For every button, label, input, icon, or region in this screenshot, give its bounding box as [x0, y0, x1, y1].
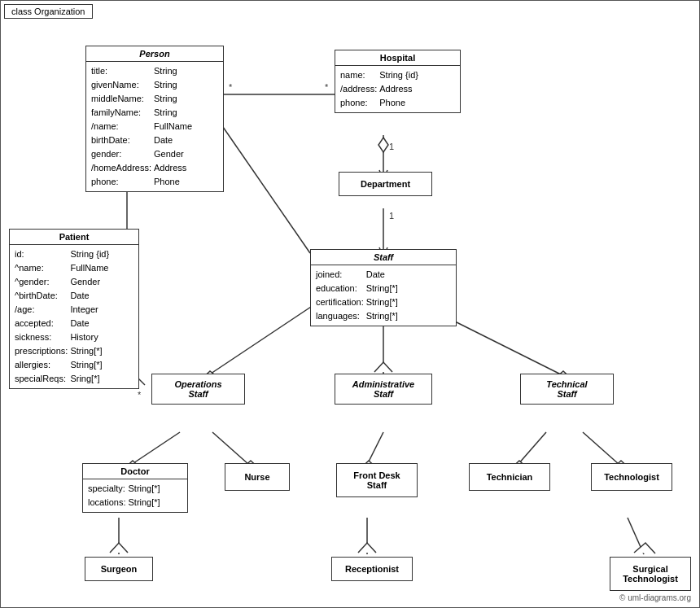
front-desk-staff-title: Front DeskStaff	[353, 470, 400, 490]
technical-staff-class: TechnicalStaff	[520, 374, 614, 405]
surgeon-class: Surgeon	[85, 557, 153, 581]
person-attrs: title:String givenName:String middleName…	[86, 62, 223, 191]
technical-staff-title: TechnicalStaff	[546, 379, 587, 399]
operations-staff-title: OperationsStaff	[174, 379, 221, 399]
surgeon-title: Surgeon	[101, 564, 138, 574]
technician-title: Technician	[487, 472, 533, 482]
staff-class: Staff joined:Date education:String[*] ce…	[310, 249, 457, 326]
svg-text:1: 1	[389, 211, 394, 221]
person-title: Person	[86, 46, 223, 62]
nurse-title: Nurse	[244, 472, 269, 482]
patient-attrs: id:String {id} ^name:FullName ^gender:Ge…	[10, 245, 138, 388]
surgical-technologist-title: SurgicalTechnologist	[623, 564, 678, 584]
nurse-class: Nurse	[225, 463, 290, 491]
svg-line-21	[367, 432, 383, 465]
staff-attrs: joined:Date education:String[*] certific…	[311, 265, 456, 326]
svg-line-26	[628, 518, 644, 554]
svg-marker-4	[378, 138, 388, 152]
staff-title: Staff	[311, 250, 456, 265]
patient-title: Patient	[10, 230, 138, 245]
technician-class: Technician	[469, 463, 550, 491]
doctor-class: Doctor specialty:String[*] locations:Str…	[82, 463, 188, 513]
svg-line-19	[131, 432, 180, 465]
hospital-class: Hospital name:String {id} /address:Addre…	[335, 50, 461, 113]
svg-text:1: 1	[389, 142, 394, 151]
technologist-title: Technologist	[604, 472, 659, 482]
front-desk-staff-class: Front DeskStaff	[336, 463, 418, 497]
svg-text:*: *	[325, 82, 329, 92]
receptionist-title: Receptionist	[345, 564, 399, 574]
svg-text:*: *	[138, 390, 142, 400]
patient-class: Patient id:String {id} ^name:FullName ^g…	[9, 229, 139, 389]
svg-line-16	[208, 302, 318, 375]
department-class: Department	[339, 172, 432, 196]
technologist-class: Technologist	[591, 463, 672, 491]
svg-line-20	[212, 432, 249, 465]
administrative-staff-class: AdministrativeStaff	[335, 374, 432, 405]
diagram-container: class Organization * * 1 * 1 * *	[0, 0, 700, 608]
diagram-title: class Organization	[4, 4, 93, 19]
hospital-title: Hospital	[335, 50, 460, 66]
surgical-technologist-class: SurgicalTechnologist	[610, 557, 691, 591]
operations-staff-class: OperationsStaff	[151, 374, 245, 405]
receptionist-class: Receptionist	[331, 557, 413, 581]
svg-line-22	[518, 432, 546, 465]
department-title: Department	[361, 179, 410, 189]
administrative-staff-title: AdministrativeStaff	[352, 379, 414, 399]
copyright: © uml-diagrams.org	[619, 593, 691, 602]
doctor-attrs: specialty:String[*] locations:String[*]	[83, 479, 187, 512]
hospital-attrs: name:String {id} /address:Address phone:…	[335, 66, 460, 112]
svg-text:*: *	[229, 82, 233, 92]
doctor-title: Doctor	[83, 464, 187, 479]
svg-line-23	[583, 432, 619, 465]
title-text: class Organization	[11, 7, 85, 16]
person-class: Person title:String givenName:String mid…	[85, 46, 224, 192]
